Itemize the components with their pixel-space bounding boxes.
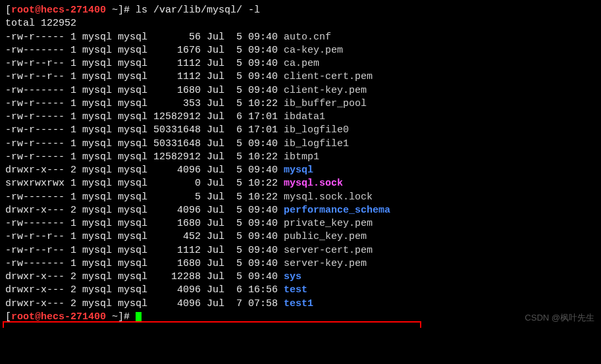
watermark-text: CSDN @枫叶先生 (525, 312, 594, 324)
file-name: ib_buffer_pool (284, 98, 367, 109)
file-name: sys (284, 271, 301, 282)
cursor-block (136, 312, 142, 323)
listing-row: -rw-r----- 1 mysql mysql 50331648 Jul 6 … (5, 124, 596, 137)
prompt-line-1: [root@hecs-271400 ~]# ls /var/lib/mysql/… (5, 4, 596, 17)
listing-row: -rw-r----- 1 mysql mysql 50331648 Jul 5 … (5, 138, 596, 151)
listing-row: -rw-r--r-- 1 mysql mysql 1112 Jul 5 09:4… (5, 57, 596, 70)
listing-row: drwxr-x--- 2 mysql mysql 4096 Jul 5 09:4… (5, 204, 596, 217)
listing-row: -rw------- 1 mysql mysql 1680 Jul 5 09:4… (5, 217, 596, 230)
listing-row: -rw-r--r-- 1 mysql mysql 1112 Jul 5 09:4… (5, 70, 596, 84)
file-name: mysql.sock (284, 178, 343, 189)
file-name: test1 (284, 298, 313, 309)
total-line: total 122952 (5, 17, 596, 30)
listing-row: -rw------- 1 mysql mysql 1676 Jul 5 09:4… (5, 44, 596, 57)
file-name: public_key.pem (284, 231, 367, 242)
listing-row: -rw-r----- 1 mysql mysql 12582912 Jul 5 … (5, 151, 596, 164)
listing-row: drwxr-x--- 2 mysql mysql 4096 Jul 5 09:4… (5, 164, 596, 177)
listing-row: -rw------- 1 mysql mysql 1680 Jul 5 09:4… (5, 257, 596, 271)
terminal-output[interactable]: [root@hecs-271400 ~]# ls /var/lib/mysql/… (5, 4, 596, 324)
listing-row: drwxr-x--- 2 mysql mysql 4096 Jul 7 07:5… (5, 298, 596, 311)
file-name: mysql (284, 165, 313, 176)
file-name: test (284, 284, 307, 296)
file-name: mysql.sock.lock (284, 192, 373, 203)
file-name: client-key.pem (284, 85, 367, 96)
file-name: private_key.pem (284, 218, 373, 229)
listing-row: -rw-r----- 1 mysql mysql 353 Jul 5 10:22… (5, 97, 596, 111)
file-name: client-cert.pem (284, 71, 373, 82)
listing-row: drwxr-x--- 2 mysql mysql 4096 Jul 6 16:5… (5, 284, 596, 297)
file-name: ib_logfile1 (284, 138, 349, 149)
file-name: ib_logfile0 (284, 124, 349, 136)
file-name: ibdata1 (284, 111, 325, 122)
file-name: server-key.pem (284, 258, 367, 269)
prompt-line-2[interactable]: [root@hecs-271400 ~]# (5, 311, 596, 324)
file-name: performance_schema (284, 205, 390, 216)
file-name: auto.cnf (284, 32, 331, 43)
listing-row: -rw------- 1 mysql mysql 1680 Jul 5 09:4… (5, 84, 596, 97)
listing-row: -rw-r--r-- 1 mysql mysql 452 Jul 5 09:40… (5, 230, 596, 244)
listing-row: -rw-r----- 1 mysql mysql 12582912 Jul 6 … (5, 111, 596, 124)
file-name: ca.pem (284, 58, 319, 69)
file-name: ca-key.pem (284, 45, 343, 56)
listing-row: -rw------- 1 mysql mysql 5 Jul 5 10:22 m… (5, 191, 596, 204)
file-name: server-cert.pem (284, 245, 373, 256)
listing-row: srwxrwxrwx 1 mysql mysql 0 Jul 5 10:22 m… (5, 177, 596, 190)
listing-row: drwxr-x--- 2 mysql mysql 12288 Jul 5 09:… (5, 271, 596, 284)
file-name: ibtmp1 (284, 151, 319, 163)
listing-row: -rw-r--r-- 1 mysql mysql 1112 Jul 5 09:4… (5, 244, 596, 257)
listing-row: -rw-r----- 1 mysql mysql 56 Jul 5 09:40 … (5, 31, 596, 44)
